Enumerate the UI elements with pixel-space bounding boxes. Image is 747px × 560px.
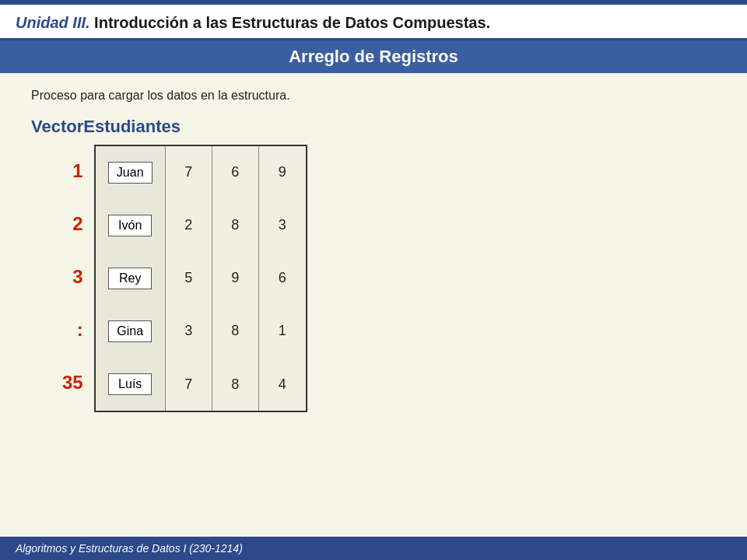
array-table: Juan769Ivón283Rey596Gina381Luís784 [94,145,307,412]
header-title: Unidad III. Introducción a las Estructur… [16,14,490,31]
description-text: Proceso para cargar los datos en la estr… [31,89,716,103]
score-cell-1-1: 8 [212,199,259,252]
scores-cells-3: 381 [166,305,306,358]
name-cell-1: Ivón [96,199,166,252]
score-cell-1-2: 3 [259,199,306,252]
name-box-1: Ivón [108,215,152,236]
score-cell-3-1: 8 [212,305,259,358]
score-cell-4-1: 8 [212,358,259,411]
vector-label: VectorEstudiantes [31,117,716,137]
index-label-3: : [62,303,88,356]
score-cell-3-2: 1 [259,305,306,358]
index-label-0: 1 [62,145,88,198]
score-cell-2-1: 9 [212,252,259,305]
score-cell-3-0: 3 [166,305,212,358]
table-row: Rey596 [96,252,306,305]
index-labels: 123:35 [62,145,88,409]
name-box-0: Juan [108,162,153,184]
index-label-2: 3 [62,250,88,303]
header: Unidad III. Introducción a las Estructur… [0,5,747,40]
page-title: Arreglo de Registros [16,47,731,67]
name-cell-2: Rey [96,252,166,305]
score-cell-2-2: 6 [259,252,306,305]
array-container: 123:35 Juan769Ivón283Rey596Gina381Luís78… [62,145,716,412]
scores-cells-2: 596 [166,252,306,305]
unit-bold: Unidad III. [16,14,90,31]
index-label-1: 2 [62,198,88,250]
footer-text: Algoritmos y Estructuras de Datos I (230… [16,542,243,555]
unit-rest: Introducción a las Estructuras de Datos … [90,14,491,31]
name-box-4: Luís [108,373,152,395]
page-title-bar: Arreglo de Registros [0,40,747,73]
table-row: Ivón283 [96,199,306,252]
score-cell-0-2: 9 [259,146,306,199]
name-cell-4: Luís [96,358,166,411]
table-row: Luís784 [96,358,306,411]
scores-cells-0: 769 [166,146,306,199]
score-cell-1-0: 2 [166,199,212,252]
name-cell-0: Juan [96,146,166,199]
score-cell-0-0: 7 [166,146,212,199]
footer: Algoritmos y Estructuras de Datos I (230… [0,537,747,560]
score-cell-4-0: 7 [166,358,212,411]
name-box-3: Gina [108,320,152,342]
scores-cells-4: 784 [166,358,306,411]
score-cell-0-1: 6 [212,146,259,199]
index-label-4: 35 [62,356,88,409]
score-cell-2-0: 5 [166,252,212,305]
name-box-2: Rey [108,268,152,289]
score-cell-4-2: 4 [259,358,306,411]
name-cell-3: Gina [96,305,166,358]
table-row: Juan769 [96,146,306,199]
table-row: Gina381 [96,305,306,358]
scores-cells-1: 283 [166,199,306,252]
content-area: Proceso para cargar los datos en la estr… [0,73,747,428]
